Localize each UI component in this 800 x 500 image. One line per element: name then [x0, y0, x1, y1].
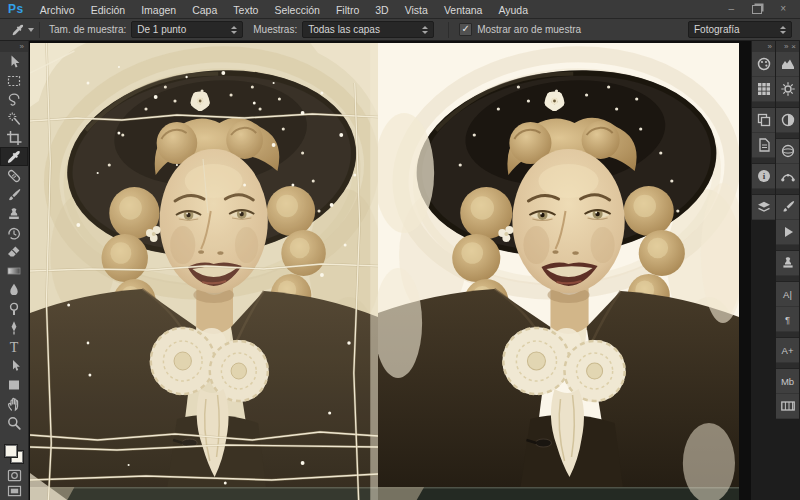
- crop-tool-icon: [6, 130, 22, 146]
- crop-tool[interactable]: [0, 128, 28, 147]
- window-controls: – ×: [729, 4, 796, 14]
- panel-close-icon[interactable]: ×: [791, 41, 796, 52]
- brush-presets-panel-button[interactable]: [776, 195, 799, 220]
- chevron-down-icon: [28, 28, 34, 32]
- eyedropper-tool-icon: [6, 149, 22, 165]
- menu-archivo[interactable]: Archivo: [32, 4, 83, 16]
- menu-3d[interactable]: 3D: [367, 4, 396, 16]
- pen-tool[interactable]: [0, 318, 28, 337]
- panel-collapse-icon[interactable]: »: [768, 41, 772, 52]
- puppet-warp-panel-button[interactable]: [776, 164, 799, 189]
- notes-panel-button[interactable]: [752, 133, 775, 158]
- tool-preset-picker[interactable]: [6, 22, 40, 38]
- foreground-color-swatch[interactable]: [4, 444, 18, 458]
- restore-button[interactable]: [752, 5, 762, 14]
- show-ring-label: Mostrar aro de muestra: [477, 24, 581, 35]
- layer-comps-panel-button[interactable]: [752, 108, 775, 133]
- magic-wand-tool[interactable]: [0, 109, 28, 128]
- hue-panel-icon: [780, 143, 796, 159]
- show-ring-option: ✓ Mostrar aro de muestra: [448, 22, 581, 38]
- masks-panel-button[interactable]: [776, 108, 799, 133]
- menu-edicion[interactable]: Edición: [83, 4, 133, 16]
- mini-bridge-panel-button[interactable]: Mb: [776, 369, 799, 394]
- paragraph-panel-button[interactable]: ¶: [776, 307, 799, 332]
- sample-size-dropdown[interactable]: De 1 punto: [131, 21, 243, 38]
- restored-photo[interactable]: [378, 43, 739, 500]
- brush-tool-icon: [6, 187, 22, 203]
- eraser-tool-icon: [6, 244, 22, 260]
- adjustments-panel-button[interactable]: [776, 77, 799, 102]
- panel-column-outer: » × A|¶A+Mb: [776, 41, 799, 500]
- workspace-dropdown[interactable]: Fotografía: [688, 21, 792, 38]
- actions-panel-button[interactable]: [776, 220, 799, 245]
- magic-wand-tool-icon: [6, 111, 22, 127]
- rectangle-tool[interactable]: [0, 375, 28, 394]
- zoom-tool[interactable]: [0, 413, 28, 432]
- move-tool-icon: [6, 54, 22, 70]
- quick-mask-button[interactable]: [7, 467, 22, 483]
- minimize-button[interactable]: –: [729, 4, 735, 14]
- close-button[interactable]: ×: [780, 4, 786, 14]
- adjustments-panel-icon: [780, 81, 796, 97]
- panel-column-inner: » i: [752, 41, 775, 500]
- screen-mode-button[interactable]: [7, 483, 22, 499]
- blur-tool-icon: [6, 282, 22, 298]
- path-selection-tool[interactable]: [0, 356, 28, 375]
- zoom-tool-icon: [6, 415, 22, 431]
- hue-panel-button[interactable]: [776, 139, 799, 164]
- panel-collapse-icon[interactable]: »: [784, 41, 788, 52]
- clone-source-panel-button[interactable]: [776, 251, 799, 276]
- brush-presets-panel-icon: [780, 199, 796, 215]
- eraser-tool[interactable]: [0, 242, 28, 261]
- hand-tool[interactable]: [0, 394, 28, 413]
- timeline-panel-button[interactable]: [776, 394, 799, 419]
- color-panel-button[interactable]: [752, 52, 775, 77]
- gradient-tool-icon: [6, 263, 22, 279]
- layers-panel-icon: [756, 199, 772, 215]
- character-styles-panel-button[interactable]: A+: [776, 338, 799, 363]
- eyedropper-icon: [11, 23, 25, 37]
- menu-ayuda[interactable]: Ayuda: [490, 4, 536, 16]
- blur-tool[interactable]: [0, 280, 28, 299]
- svg-text:T: T: [10, 340, 19, 355]
- menu-vista[interactable]: Vista: [397, 4, 436, 16]
- menu-capa[interactable]: Capa: [184, 4, 225, 16]
- menu-bar: Ps ArchivoEdiciónImagenCapaTextoSelecció…: [0, 0, 800, 19]
- color-swatches[interactable]: [4, 444, 24, 464]
- brush-tool[interactable]: [0, 185, 28, 204]
- menu-filtro[interactable]: Filtro: [328, 4, 367, 16]
- stepper-icon: [422, 26, 428, 34]
- panel-dock: » i » × A|¶A+Mb: [751, 41, 800, 500]
- swatches-panel-icon: [756, 81, 772, 97]
- dodge-tool[interactable]: [0, 299, 28, 318]
- show-ring-checkbox[interactable]: ✓: [459, 23, 472, 36]
- menu-ventana[interactable]: Ventana: [436, 4, 491, 16]
- eyedropper-tool[interactable]: [0, 147, 28, 166]
- ps-logo: Ps: [4, 2, 32, 16]
- menu-texto[interactable]: Texto: [225, 4, 266, 16]
- dodge-tool-icon: [6, 301, 22, 317]
- layers-panel-button[interactable]: [752, 195, 775, 220]
- character-panel-button[interactable]: A|: [776, 282, 799, 307]
- type-tool[interactable]: T: [0, 337, 28, 356]
- timeline-panel-icon: [780, 398, 796, 414]
- move-tool[interactable]: [0, 52, 28, 71]
- gradient-tool[interactable]: [0, 261, 28, 280]
- menu-seleccion[interactable]: Selección: [266, 4, 328, 16]
- clone-stamp-tool[interactable]: [0, 204, 28, 223]
- color-panel-icon: [756, 56, 772, 72]
- info-panel-button[interactable]: i: [752, 164, 775, 189]
- swatches-panel-button[interactable]: [752, 77, 775, 102]
- spot-healing-brush-tool[interactable]: [0, 166, 28, 185]
- menu-imagen[interactable]: Imagen: [133, 4, 184, 16]
- old-damaged-photo[interactable]: [30, 43, 378, 500]
- masks-panel-icon: [780, 112, 796, 128]
- history-brush-tool[interactable]: [0, 223, 28, 242]
- rectangular-marquee-tool[interactable]: [0, 71, 28, 90]
- samples-dropdown[interactable]: Todas las capas: [302, 21, 434, 38]
- histogram-panel-button[interactable]: [776, 52, 799, 77]
- photoshop-window: Ps ArchivoEdiciónImagenCapaTextoSelecció…: [0, 0, 800, 500]
- lasso-tool[interactable]: [0, 90, 28, 109]
- toolbar-collapse-icon[interactable]: »: [0, 41, 28, 52]
- clone-stamp-tool-icon: [6, 206, 22, 222]
